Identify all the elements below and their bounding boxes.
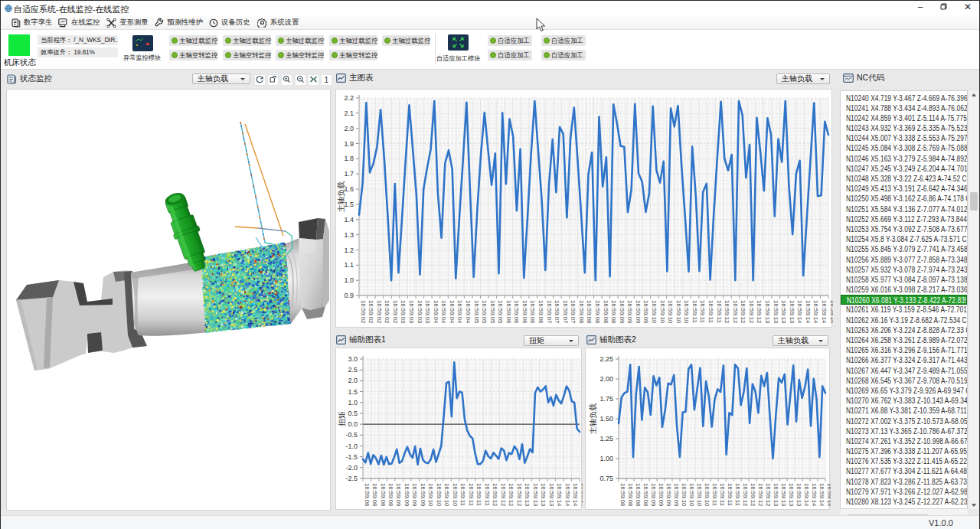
svg-text:16:59:13: 16:59:13 [524, 483, 531, 506]
svg-text:16:59:10: 16:59:10 [427, 483, 434, 507]
svg-text:16:59:09: 16:59:09 [642, 300, 649, 323]
svg-text:16:59:13: 16:59:13 [795, 483, 802, 506]
svg-text:16:59:09: 16:59:09 [658, 483, 665, 506]
svg-text:16:59:04: 16:59:04 [465, 300, 472, 324]
svg-text:1.50: 1.50 [599, 415, 613, 423]
svg-text:16:59:10: 16:59:10 [436, 483, 443, 507]
svg-text:3.0: 3.0 [348, 355, 358, 363]
svg-text:16:59:11: 16:59:11 [475, 483, 482, 506]
svg-text:16:59:11: 16:59:11 [707, 300, 714, 323]
svg-text:16:59:05: 16:59:05 [473, 300, 480, 324]
svg-text:16:59:11: 16:59:11 [727, 483, 733, 506]
svg-text:16:59:13: 16:59:13 [780, 483, 787, 506]
svg-text:16:59:12: 16:59:12 [757, 483, 764, 506]
svg-text:16:59:13: 16:59:13 [780, 300, 787, 323]
svg-text:16:59:05: 16:59:05 [497, 300, 504, 324]
svg-text:16:59:08: 16:59:08 [603, 300, 609, 323]
svg-text:16:59:09: 16:59:09 [619, 300, 626, 323]
svg-text:16:59:13: 16:59:13 [788, 483, 795, 506]
svg-text:16:59:11: 16:59:11 [484, 483, 491, 506]
svg-text:16:59:11: 16:59:11 [711, 483, 718, 506]
svg-text:16:59:14: 16:59:14 [564, 483, 571, 507]
svg-text:16:59:14: 16:59:14 [803, 483, 810, 507]
svg-text:16:59:08: 16:59:08 [578, 300, 585, 323]
svg-text:-2.0: -2.0 [345, 464, 358, 472]
svg-text:16:59:08: 16:59:08 [364, 483, 371, 506]
svg-text:16:59:08: 16:59:08 [642, 483, 649, 506]
svg-text:1.1: 1.1 [344, 261, 354, 269]
svg-text:16:59:11: 16:59:11 [459, 483, 466, 506]
svg-text:16:59:08: 16:59:08 [635, 483, 642, 506]
svg-text:1.9: 1.9 [344, 140, 354, 148]
svg-text:16:59:08: 16:59:08 [387, 483, 394, 506]
svg-text:16:59:12: 16:59:12 [740, 300, 746, 323]
svg-text:16:59:10: 16:59:10 [704, 483, 710, 507]
svg-text:16:59:14: 16:59:14 [811, 483, 818, 507]
svg-text:16:59:13: 16:59:13 [764, 300, 771, 323]
svg-text:16:59:12: 16:59:12 [750, 483, 756, 506]
svg-text:16:59:14: 16:59:14 [812, 300, 819, 324]
svg-text:16:59:14: 16:59:14 [818, 483, 825, 507]
svg-text:2.25: 2.25 [599, 355, 613, 363]
svg-text:16:59:13: 16:59:13 [789, 300, 795, 323]
svg-text:16:59:08: 16:59:08 [586, 300, 593, 323]
svg-text:16:59:10: 16:59:10 [443, 483, 450, 507]
svg-text:16:59:08: 16:59:08 [380, 483, 387, 506]
svg-text:2.5: 2.5 [348, 366, 358, 374]
svg-text:16:59:06: 16:59:06 [529, 300, 536, 323]
svg-text:16:59:11: 16:59:11 [691, 300, 698, 323]
svg-text:16:59:14: 16:59:14 [826, 483, 831, 507]
svg-text:16:59:09: 16:59:09 [395, 483, 402, 506]
svg-text:2.00: 2.00 [599, 375, 613, 383]
svg-text:16:59:04: 16:59:04 [433, 300, 439, 324]
svg-text:16:59:12: 16:59:12 [724, 300, 730, 323]
svg-text:16:59:13: 16:59:13 [532, 483, 539, 506]
svg-text:16:59:08: 16:59:08 [619, 483, 626, 506]
svg-text:16:59:12: 16:59:12 [765, 483, 772, 506]
svg-text:16:59:14: 16:59:14 [580, 483, 583, 507]
svg-text:16:59:04: 16:59:04 [440, 300, 447, 324]
svg-text:16:59:13: 16:59:13 [773, 300, 779, 323]
svg-text:16:59:09: 16:59:09 [635, 300, 642, 323]
svg-text:1.2: 1.2 [344, 247, 354, 254]
svg-text:1.0: 1.0 [344, 276, 354, 284]
svg-text:16:59:03: 16:59:03 [424, 300, 431, 323]
svg-text:16:59:02: 16:59:02 [368, 300, 374, 323]
svg-text:16:59:09: 16:59:09 [650, 483, 657, 506]
svg-text:16:59:10: 16:59:10 [688, 483, 695, 507]
svg-text:16:59:03: 16:59:03 [416, 300, 423, 323]
svg-text:16:59:02: 16:59:02 [384, 300, 390, 323]
svg-text:16:59:09: 16:59:09 [665, 483, 672, 506]
svg-text:16:59:12: 16:59:12 [516, 483, 523, 506]
svg-text:16:59:09: 16:59:09 [411, 483, 418, 506]
svg-text:16:59:11: 16:59:11 [719, 483, 726, 506]
svg-text:1.3: 1.3 [344, 231, 354, 239]
svg-text:0.5: 0.5 [348, 410, 358, 417]
svg-text:-0.5: -0.5 [345, 431, 358, 439]
svg-text:16:59:05: 16:59:05 [481, 300, 488, 324]
svg-text:16:59:10: 16:59:10 [696, 483, 703, 507]
svg-text:16:59:14: 16:59:14 [805, 300, 812, 324]
svg-text:-2.5: -2.5 [345, 475, 358, 482]
svg-text:16:59:03: 16:59:03 [400, 300, 407, 323]
svg-text:16:59:12: 16:59:12 [742, 483, 749, 506]
svg-text:16:59:02: 16:59:02 [360, 300, 367, 323]
svg-text:2.0: 2.0 [348, 377, 358, 384]
svg-text:16:59:07: 16:59:07 [570, 300, 577, 323]
svg-text:16:59:12: 16:59:12 [492, 483, 498, 506]
svg-text:16:59:04: 16:59:04 [449, 300, 456, 324]
svg-text:16:59:11: 16:59:11 [699, 300, 706, 323]
svg-text:16:59:10: 16:59:10 [675, 300, 682, 324]
svg-text:16:59:10: 16:59:10 [651, 300, 658, 324]
svg-text:2.1: 2.1 [344, 109, 354, 117]
svg-text:16:59:11: 16:59:11 [716, 300, 723, 323]
svg-text:16:59:09: 16:59:09 [626, 300, 633, 323]
svg-text:16:59:13: 16:59:13 [540, 483, 547, 506]
svg-text:16:59:13: 16:59:13 [773, 483, 779, 506]
svg-text:16:59:02: 16:59:02 [392, 300, 399, 323]
svg-text:16:59:06: 16:59:06 [521, 300, 528, 323]
svg-text:16:59:10: 16:59:10 [452, 483, 459, 507]
svg-text:16:59:07: 16:59:07 [546, 300, 553, 323]
svg-text:16:59:03: 16:59:03 [408, 300, 415, 323]
svg-text:1.7: 1.7 [344, 170, 354, 178]
